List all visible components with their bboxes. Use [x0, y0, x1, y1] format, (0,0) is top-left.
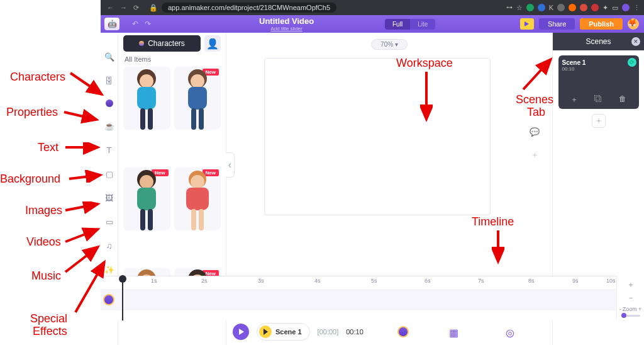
- annot-text: Text: [38, 141, 58, 154]
- scene-card-time: 00:10: [562, 66, 635, 72]
- sync-icon: ⟳: [628, 58, 636, 67]
- timeline[interactable]: 1s 2s 3s 4s 5s 6s 7s 8s 9s 10s: [101, 276, 644, 320]
- arrow-characters: [68, 69, 112, 101]
- duplicate-icon[interactable]: ⿻: [594, 94, 602, 105]
- back-icon[interactable]: ←: [107, 4, 114, 12]
- canvas[interactable]: [264, 58, 491, 215]
- annot-sfx1: Special: [30, 312, 67, 325]
- scene-name: Scene 1: [275, 328, 302, 336]
- annot-characters: Characters: [10, 71, 65, 84]
- videos-icon[interactable]: ▭: [104, 217, 114, 227]
- view-mode-toggle[interactable]: Full Lite: [385, 19, 435, 30]
- annot-images: Images: [25, 204, 62, 217]
- scenes-header: Scenes ✕: [553, 33, 644, 50]
- annot-properties: Properties: [6, 106, 58, 119]
- forward-icon[interactable]: →: [120, 4, 127, 12]
- annot-timeline: Timeline: [472, 215, 514, 229]
- time-duration: 00:10: [346, 328, 364, 336]
- timeline-ruler: 1s 2s 3s 4s 5s 6s 7s 8s 9s 10s: [101, 276, 644, 286]
- delete-icon[interactable]: 🗑: [619, 94, 626, 105]
- library-heading: All Items: [118, 54, 226, 67]
- arrow-scenes: [519, 55, 557, 93]
- annot-scenes1: Scenes: [516, 93, 553, 106]
- annot-sfx2: Effects: [33, 325, 67, 338]
- scene-card-name: Scene 1: [562, 59, 586, 66]
- zoom-in-icon[interactable]: ＋: [627, 280, 635, 290]
- timeline-controls: Scene 1 [00:00] 00:10 ▦ ◎: [233, 322, 516, 341]
- add-element-icon[interactable]: ＋: [531, 149, 539, 161]
- arrow-bg: [67, 170, 107, 183]
- url-bar[interactable]: app.animaker.com/editproject/218CMWneamO…: [162, 3, 336, 13]
- character-card[interactable]: New: [123, 167, 170, 230]
- timeline-camera-icon[interactable]: ◎: [506, 327, 516, 337]
- close-icon[interactable]: ✕: [631, 37, 640, 46]
- app-logo[interactable]: 🤖: [104, 18, 119, 30]
- arrow-workspace: [420, 69, 433, 126]
- annot-music: Music: [31, 269, 61, 283]
- library-tab-characters[interactable]: Characters: [123, 35, 201, 52]
- timeline-character-icon[interactable]: [397, 326, 409, 337]
- project-title[interactable]: Untitled Video Add title slider: [259, 16, 314, 31]
- annot-scenes2: Tab: [527, 106, 545, 119]
- arrow-img: [63, 201, 106, 217]
- publish-button[interactable]: Publish: [580, 18, 623, 30]
- zoom-level[interactable]: 70% ▾: [371, 39, 408, 50]
- undo-icon[interactable]: ↶: [132, 20, 138, 28]
- arrow-vid: [63, 227, 106, 246]
- browser-chrome: ← → ⟳ 🔒 app.animaker.com/editproject/218…: [101, 0, 644, 15]
- reload-icon[interactable]: ⟳: [133, 4, 139, 12]
- annot-background: Background: [0, 172, 60, 186]
- add-icon[interactable]: ＋: [570, 94, 578, 105]
- timeline-calendar-icon[interactable]: ▦: [449, 327, 459, 337]
- annot-workspace: Workspace: [396, 57, 453, 70]
- person-icon: [139, 41, 144, 46]
- title-text: Untitled Video: [259, 16, 314, 26]
- arrow-timeline: [492, 228, 504, 268]
- zoom-label: Zoom: [623, 306, 637, 312]
- mode-lite[interactable]: Lite: [410, 19, 435, 30]
- redo-icon[interactable]: ↷: [145, 20, 151, 28]
- collapse-library[interactable]: ‹: [226, 152, 235, 178]
- browser-extensions: ⊶ ☆ K ✦ ▭ ⋮: [506, 4, 644, 11]
- scene-play-icon: [259, 325, 272, 338]
- time-position: [00:00]: [318, 328, 339, 336]
- add-scene-button[interactable]: ＋: [592, 114, 606, 128]
- preview-button[interactable]: [520, 18, 534, 30]
- title-sub: Add title slider: [259, 26, 314, 31]
- user-avatar[interactable]: 🦊: [628, 18, 639, 30]
- character-card[interactable]: [123, 67, 170, 130]
- share-button[interactable]: Share: [539, 18, 575, 30]
- character-card[interactable]: New: [174, 167, 221, 230]
- library-tab-label: Characters: [148, 39, 185, 48]
- zoom-slider[interactable]: [621, 315, 640, 317]
- scene-card[interactable]: ⟳ Scene 1 00:10 ＋ ⿻ 🗑: [558, 55, 639, 109]
- timeline-track[interactable]: [101, 289, 644, 310]
- app-topbar: 🤖 ↶ ↷ Untitled Video Add title slider Fu…: [101, 15, 644, 33]
- character-card[interactable]: New: [174, 67, 221, 130]
- arrow-sfx: [73, 258, 112, 315]
- scenes-title: Scenes: [586, 37, 611, 46]
- lock-icon: 🔒: [145, 4, 158, 12]
- annot-videos: Videos: [26, 235, 61, 249]
- subtitle-icon[interactable]: 💬: [530, 127, 540, 137]
- search-icon[interactable]: 🔍: [104, 52, 114, 62]
- zoom-out-icon[interactable]: －: [627, 293, 635, 303]
- playhead[interactable]: [122, 276, 123, 320]
- play-button[interactable]: [233, 324, 249, 340]
- timeline-zoom: ＋ － - Zoom +: [616, 276, 644, 320]
- arrow-text: [63, 142, 107, 155]
- scene-selector[interactable]: Scene 1: [257, 323, 310, 341]
- arrow-properties: [62, 108, 106, 127]
- library-tab-secondary[interactable]: 👤: [204, 35, 221, 52]
- mode-full[interactable]: Full: [385, 19, 410, 30]
